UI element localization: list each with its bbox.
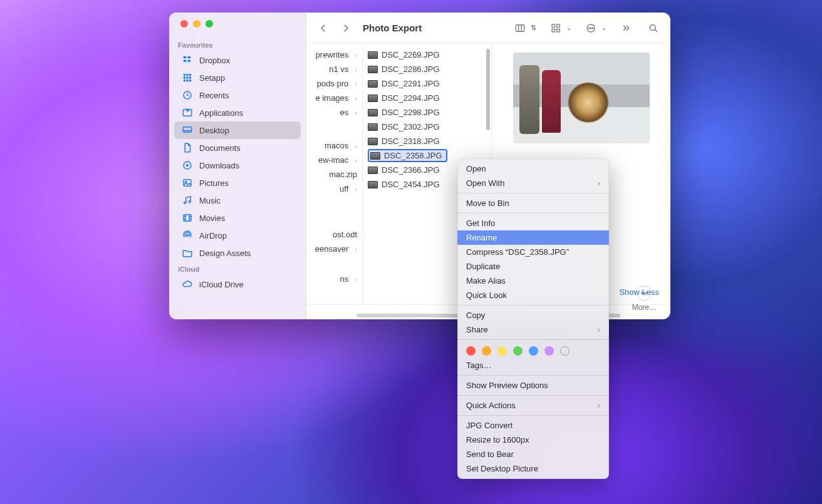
menu-item-rename[interactable]: Rename (457, 230, 609, 245)
sidebar-item-design-assets[interactable]: Design Assets (174, 244, 301, 262)
menu-item-make-alias[interactable]: Make Alias (457, 274, 609, 288)
sidebar-item-applications[interactable]: Applications (174, 104, 301, 121)
file-thumbnail-icon (368, 167, 378, 174)
menu-item-label: Open (466, 164, 486, 173)
tag-color-dot[interactable] (497, 346, 507, 356)
close-icon[interactable] (180, 20, 188, 28)
svg-point-8 (189, 80, 190, 81)
sidebar-item-movies[interactable]: Movies (174, 209, 301, 227)
folder-row[interactable]: mac.zip (306, 167, 362, 182)
sidebar-item-music[interactable]: Music (174, 192, 301, 209)
menu-item-quick-actions[interactable]: Quick Actions› (457, 398, 609, 413)
menu-item-move-to-bin[interactable]: Move to Bin (457, 196, 609, 210)
scrollbar[interactable] (486, 49, 490, 130)
sidebar-item-label: Pictures (199, 178, 229, 188)
preview-thumbnail (513, 53, 650, 143)
file-row[interactable]: DSC_2291.JPG (363, 76, 491, 91)
search-button[interactable] (645, 20, 662, 36)
menu-item-open[interactable]: Open (457, 162, 609, 176)
menu-item-set-desktop-picture[interactable]: Set Desktop Picture (457, 461, 609, 476)
sidebar-item-label: Music (199, 196, 221, 205)
folder-row[interactable]: es› (306, 105, 362, 120)
overflow-button[interactable] (618, 20, 634, 36)
file-label: DSC_2294.JPG (382, 93, 440, 103)
menu-item-quick-look[interactable]: Quick Look (457, 288, 609, 302)
sidebar-item-label: Recents (199, 91, 229, 100)
folder-row[interactable]: macos› (306, 138, 362, 153)
menu-item-get-info[interactable]: Get Info (457, 216, 609, 230)
back-button[interactable] (315, 20, 331, 36)
tag-color-dot[interactable] (466, 346, 476, 356)
movie-icon (182, 212, 193, 224)
menu-item-open-with[interactable]: Open With› (457, 176, 609, 190)
action-menu-button[interactable] (583, 20, 599, 36)
menu-item-jpg-convert[interactable]: JPG Convert (457, 418, 609, 433)
menu-item-label: Quick Actions (466, 401, 516, 410)
file-row[interactable]: DSC_2302.JPG (363, 120, 491, 134)
menu-item-label: Move to Bin (466, 198, 509, 208)
folder-row[interactable]: ns› (306, 272, 362, 286)
chevron-right-icon: › (355, 66, 357, 73)
menu-item-compress-dsc-2358-jpg[interactable]: Compress “DSC_2358.JPG” (457, 245, 609, 259)
file-row[interactable]: DSC_2298.JPG (363, 105, 491, 120)
chevron-down-icon[interactable]: ⌄ (601, 24, 606, 31)
forward-button[interactable] (338, 20, 354, 36)
file-row[interactable]: DSC_2294.JPG (363, 91, 491, 105)
folder-row[interactable]: eensaver› (306, 242, 362, 256)
file-row[interactable]: DSC_2286.JPG (363, 62, 491, 76)
chevron-right-icon: › (355, 142, 357, 150)
folder-row[interactable]: n1 vs› (306, 62, 362, 76)
menu-item-send-to-bear[interactable]: Send to Bear (457, 447, 609, 461)
folder-row[interactable]: ost.odt (306, 227, 362, 242)
svg-point-25 (588, 28, 590, 29)
tag-color-dot[interactable] (482, 346, 491, 356)
sidebar-item-downloads[interactable]: Downloads (174, 157, 301, 174)
sidebar-item-recents[interactable]: Recents (174, 86, 301, 104)
chevron-right-icon: › (355, 80, 357, 88)
folder-row[interactable]: uff› (306, 182, 362, 196)
group-button[interactable] (548, 20, 564, 36)
menu-item-copy[interactable]: Copy (457, 308, 609, 322)
svg-point-7 (187, 80, 188, 81)
sidebar-item-documents[interactable]: Documents (174, 139, 301, 157)
column-1[interactable]: prewrites›n1 vs›pods pro›e images›es›mac… (306, 44, 363, 304)
menu-item-show-preview-options[interactable]: Show Preview Options (457, 378, 609, 393)
svg-point-27 (592, 28, 593, 29)
file-row[interactable]: DSC_2269.JPG (363, 48, 491, 62)
svg-rect-20 (552, 24, 555, 28)
minimize-icon[interactable] (193, 20, 200, 28)
file-label: DSC_2291.JPG (382, 79, 440, 88)
sidebar-item-label: Desktop (199, 126, 229, 135)
folder-row[interactable]: ew-imac› (306, 153, 362, 167)
folder-row[interactable]: prewrites› (306, 48, 362, 62)
view-columns-button[interactable] (512, 20, 528, 36)
file-row[interactable]: DSC_2318.JPG (363, 134, 491, 148)
context-menu[interactable]: OpenOpen With›Move to BinGet InfoRenameC… (457, 158, 609, 479)
menu-item-share[interactable]: Share› (457, 322, 609, 337)
file-thumbnail-icon (368, 181, 378, 188)
sidebar-item-airdrop[interactable]: AirDrop (174, 227, 301, 244)
menu-item-resize-to-1600px[interactable]: Resize to 1600px (457, 433, 609, 447)
menu-item-tags[interactable]: Tags… (457, 358, 609, 373)
tag-color-dot[interactable] (529, 346, 538, 356)
chevron-down-icon[interactable]: ⌄ (566, 24, 571, 31)
maximize-icon[interactable] (205, 20, 213, 28)
sidebar-item-icloud-drive[interactable]: iCloud Drive (174, 275, 301, 293)
sidebar-item-pictures[interactable]: Pictures (174, 174, 301, 192)
chevron-updown-icon[interactable]: ⇅ (531, 24, 536, 32)
sidebar-item-setapp[interactable]: Setapp (174, 69, 301, 86)
folder-row[interactable]: pods pro› (306, 76, 362, 91)
file-thumbnail-icon (370, 152, 380, 160)
tag-color-dot[interactable] (513, 346, 523, 356)
tag-color-dot[interactable] (544, 346, 554, 356)
menu-item-duplicate[interactable]: Duplicate (457, 259, 609, 274)
sidebar-item-desktop[interactable]: Desktop (174, 121, 301, 139)
svg-point-6 (184, 80, 185, 81)
folder-row[interactable]: e images› (306, 91, 362, 105)
sidebar-item-dropbox[interactable]: Dropbox (174, 51, 301, 69)
grid-icon (182, 72, 193, 83)
folder-label: es (340, 108, 349, 117)
menu-item-label: Resize to 1600px (466, 435, 529, 445)
tag-color-none[interactable] (560, 346, 570, 356)
file-label: DSC_2454.JPG (382, 180, 440, 189)
